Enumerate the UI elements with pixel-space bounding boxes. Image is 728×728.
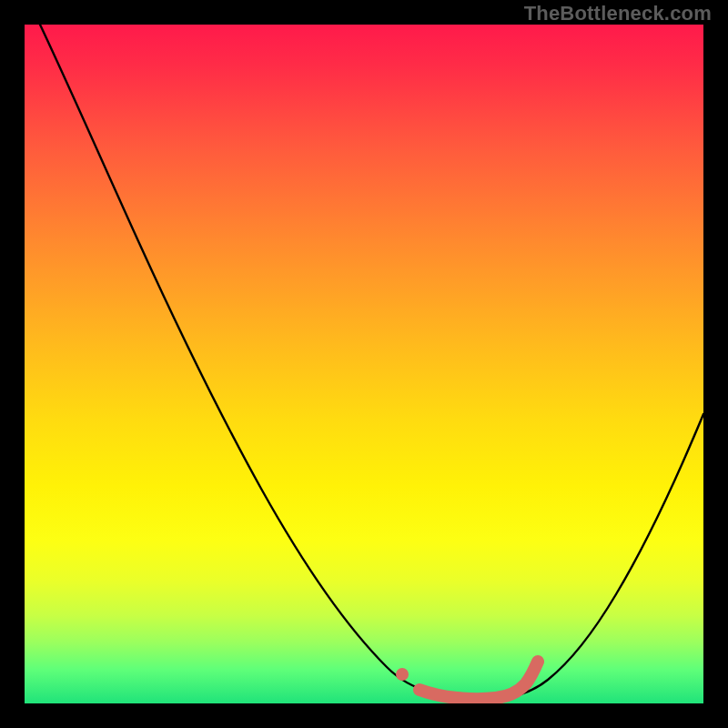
main-curve <box>40 25 703 699</box>
attribution-label: TheBottleneck.com <box>524 2 712 25</box>
chart-frame: TheBottleneck.com <box>0 0 728 728</box>
plot-area <box>25 25 703 703</box>
highlight-dot <box>396 668 409 681</box>
highlight-segment <box>420 662 538 699</box>
curve-layer <box>25 25 703 703</box>
